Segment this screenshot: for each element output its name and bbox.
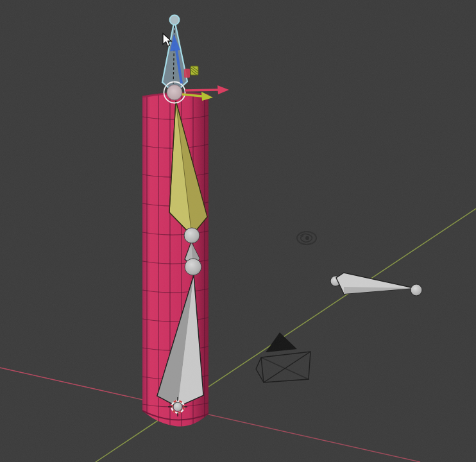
viewport-3d-canvas[interactable] [0, 0, 476, 462]
blender-viewport[interactable] [0, 0, 476, 462]
grain-overlay [0, 0, 476, 462]
